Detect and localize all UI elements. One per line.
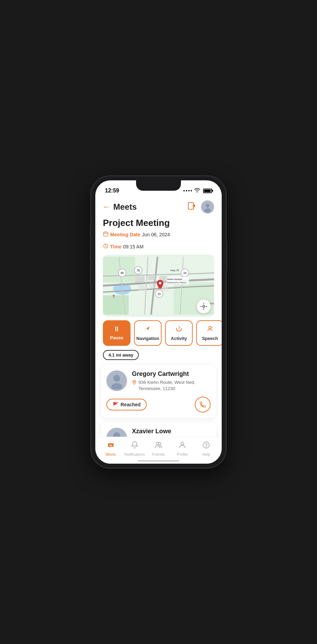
header-right	[187, 200, 214, 214]
header: ← Meets	[95, 198, 222, 216]
date-label: Meeting Date	[110, 232, 140, 237]
scroll-content: ← Meets	[95, 198, 222, 464]
nav-help-label: Help	[202, 452, 210, 456]
nav-notifications-label: Notifications	[124, 452, 145, 456]
header-left: ← Meets	[103, 202, 137, 212]
svg-point-35	[209, 326, 211, 329]
pause-button[interactable]: ⏸ Pause	[103, 320, 131, 346]
location-icon-gregory	[132, 380, 137, 387]
notifications-icon	[131, 441, 139, 451]
profile-icon	[178, 441, 186, 451]
signal-icon	[183, 190, 192, 191]
svg-point-48	[181, 442, 184, 445]
calendar-icon	[103, 231, 108, 238]
nav-help[interactable]: Help	[194, 441, 218, 456]
meeting-meta: Meeting Date Jun 06, 2024 Time 09:15 AM	[103, 231, 214, 250]
svg-text:95: 95	[121, 271, 124, 275]
nav-meets[interactable]: Meets	[99, 441, 123, 456]
speech-button[interactable]: Speech	[196, 320, 222, 346]
meeting-date-item: Meeting Date Jun 06, 2024	[103, 231, 170, 238]
address-text-gregory: 936 Kiehn Route, West Ned, Tennessee, 11…	[138, 379, 211, 392]
svg-point-2	[204, 208, 211, 212]
help-icon	[202, 441, 210, 451]
svg-text:15: 15	[157, 292, 161, 296]
svg-point-36	[113, 375, 120, 382]
nav-friends-label: Friends	[152, 452, 165, 456]
svg-point-38	[134, 381, 135, 383]
nav-profile-label: Profile	[177, 452, 188, 456]
nav-meets-label: Meets	[106, 452, 116, 456]
meets-icon	[107, 441, 115, 451]
time-value: 09:15 AM	[123, 244, 143, 249]
wifi-icon	[194, 188, 200, 194]
activity-icon	[175, 325, 182, 334]
contact-name-gregory: Gregory Cartwright	[132, 370, 211, 378]
svg-rect-13	[138, 285, 146, 291]
contact-name-xzavier: Xzavier Lowe	[132, 428, 211, 435]
meeting-section: Project Meeting Meeting Date Jun 06, 202…	[95, 216, 222, 253]
contact-card-gregory: Gregory Cartwright 936 Kiehn Route, West…	[101, 365, 216, 418]
time-label: Time	[110, 244, 121, 249]
nav-notifications[interactable]: Notifications	[123, 441, 146, 456]
bottom-nav: Meets Notifications	[95, 437, 222, 464]
distance-badge: 4.1 mi away	[103, 350, 139, 360]
action-buttons-row: ⏸ Pause Navigation	[95, 320, 222, 346]
meeting-time-item: Time 09:15 AM	[103, 243, 144, 250]
clock-icon	[103, 243, 108, 250]
map-container[interactable]: 95 78 15 15 Hwy 78 ✝	[103, 255, 214, 317]
svg-text:78: 78	[137, 269, 140, 272]
battery-icon	[203, 189, 212, 193]
avatar-gregory	[106, 370, 127, 391]
page-title: Meets	[113, 202, 137, 212]
svg-text:South Carolina: South Carolina	[167, 278, 182, 280]
activity-label: Activity	[171, 336, 187, 341]
navigation-label: Navigation	[136, 336, 159, 341]
nav-profile[interactable]: Profile	[171, 441, 194, 456]
nav-friends[interactable]: Friends	[146, 441, 170, 456]
svg-point-50	[206, 447, 206, 447]
friends-icon	[154, 441, 163, 451]
svg-text:Hwy 78: Hwy 78	[170, 269, 179, 272]
user-avatar[interactable]	[201, 200, 214, 214]
svg-rect-3	[104, 232, 108, 236]
svg-point-44	[110, 445, 111, 446]
navigation-button[interactable]: Navigation	[134, 320, 162, 346]
reached-status-button[interactable]: 🚩 Reached	[106, 399, 147, 410]
svg-text:Department of Motor...: Department of Motor...	[167, 282, 188, 284]
status-icons	[183, 188, 212, 194]
svg-point-1	[205, 203, 209, 207]
svg-rect-10	[135, 276, 145, 283]
svg-point-43	[109, 445, 110, 446]
logout-icon[interactable]	[187, 201, 196, 212]
distance-text: 4.1 mi away	[108, 352, 133, 358]
svg-rect-11	[148, 274, 156, 280]
svg-rect-14	[150, 283, 156, 288]
navigation-icon	[144, 325, 151, 334]
pause-label: Pause	[110, 335, 123, 340]
contact-info-gregory: Gregory Cartwright 936 Kiehn Route, West…	[132, 370, 211, 392]
status-text-gregory: Reached	[121, 402, 141, 407]
contact-address-gregory: 936 Kiehn Route, West Ned, Tennessee, 11…	[132, 379, 211, 392]
back-button[interactable]: ←	[103, 203, 111, 211]
svg-point-45	[111, 445, 112, 446]
svg-point-46	[156, 443, 159, 445]
svg-point-27	[159, 282, 161, 284]
speech-label: Speech	[202, 336, 218, 341]
svg-point-34	[203, 305, 205, 307]
contact-actions-gregory: 🚩 Reached	[106, 397, 211, 413]
call-button-gregory[interactable]	[195, 397, 211, 413]
location-button[interactable]	[197, 300, 211, 313]
status-time: 12:59	[105, 188, 119, 194]
contact-top-gregory: Gregory Cartwright 936 Kiehn Route, West…	[106, 370, 211, 392]
svg-point-47	[159, 443, 161, 445]
activity-button[interactable]: Activity	[165, 320, 193, 346]
meeting-title: Project Meeting	[103, 218, 214, 228]
svg-text:15: 15	[183, 271, 187, 275]
svg-text:✝: ✝	[112, 294, 116, 299]
home-indicator	[138, 460, 179, 462]
svg-point-37	[111, 383, 122, 389]
flag-icon-gregory: 🚩	[113, 402, 118, 407]
pause-icon: ⏸	[113, 325, 120, 333]
speech-icon	[206, 325, 213, 334]
date-value: Jun 06, 2024	[142, 232, 170, 237]
